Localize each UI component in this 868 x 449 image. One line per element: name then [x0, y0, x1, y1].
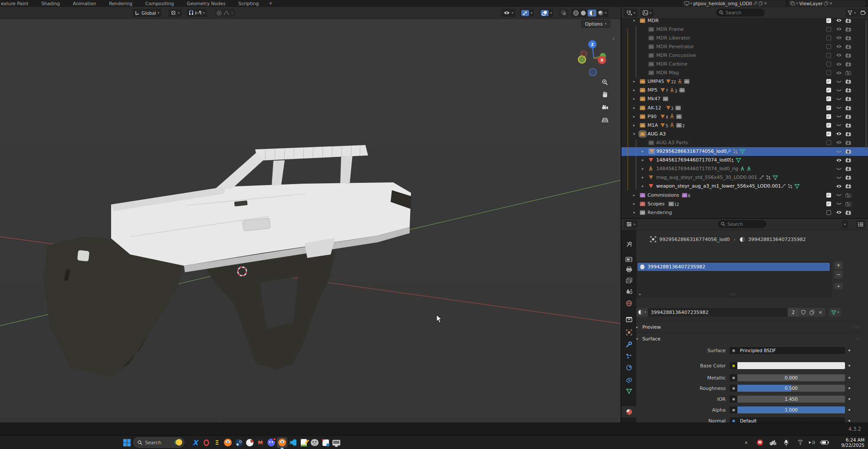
exclude-checkbox[interactable] — [825, 52, 832, 59]
hide-eye-open-icon[interactable] — [835, 183, 842, 190]
tray-battery-icon[interactable]: ⚡ — [821, 436, 829, 449]
animate-dot[interactable] — [848, 350, 850, 351]
collapse-icon[interactable]: ▾ — [632, 211, 636, 215]
taskbar-app-gimp[interactable] — [309, 437, 320, 448]
exclude-checkbox[interactable]: ✓ — [825, 113, 832, 120]
proportional-editing-dropdown[interactable]: ▾ — [214, 9, 235, 17]
material-name-field[interactable]: 3994288136407235982 — [648, 308, 788, 317]
exclude-checkbox[interactable] — [825, 61, 832, 68]
material-slot-list[interactable]: 3994288136407235982 ▸ ∷∷ — [636, 261, 831, 298]
disable-in-renders-icon[interactable] — [845, 191, 852, 198]
hide-eye-closed-icon[interactable] — [835, 104, 842, 111]
outliner-row-commissions[interactable]: ▸Commissions6✓ — [621, 191, 868, 199]
disable-in-renders-icon[interactable] — [845, 157, 852, 164]
expand-icon[interactable]: ▸ — [632, 202, 636, 206]
panel-preview[interactable]: ▸ Preview ∷∷ — [636, 323, 861, 331]
properties-list-icon[interactable] — [856, 220, 865, 228]
xray-toggle[interactable] — [559, 9, 569, 17]
breadcrumb-material[interactable]: 3994288136407235982 — [748, 237, 806, 242]
disable-in-renders-icon[interactable] — [845, 96, 852, 102]
expand-icon[interactable]: ▸ — [632, 106, 636, 110]
property-widget[interactable]: 1.450 — [730, 396, 845, 403]
shading-solid-icon[interactable] — [580, 10, 586, 16]
exclude-checkbox[interactable]: ✓ — [825, 130, 832, 137]
disable-in-renders-icon[interactable] — [845, 78, 852, 85]
taskbar-search[interactable] — [133, 437, 184, 448]
camera-view-button[interactable] — [600, 103, 610, 112]
transform-orientation-dropdown[interactable]: Global ▾ — [132, 9, 161, 17]
disable-in-renders-icon[interactable] — [845, 165, 852, 172]
properties-tab-scene[interactable] — [621, 286, 636, 297]
expand-icon[interactable]: ▸ — [632, 88, 636, 92]
slot-list-expand-icon[interactable]: ▸ — [639, 292, 641, 296]
ortho-grid-button[interactable] — [600, 116, 610, 125]
disable-in-renders-icon[interactable] — [845, 183, 852, 190]
animate-dot[interactable] — [848, 387, 850, 389]
properties-editor-type-dropdown[interactable]: ▾ — [624, 220, 638, 228]
pin-icon[interactable] — [753, 1, 757, 6]
animate-dot[interactable] — [848, 398, 850, 400]
outliner-row-mp5[interactable]: ▸MP572✓ — [621, 86, 868, 95]
exclude-checkbox[interactable] — [825, 209, 832, 216]
material-slot-specials-button[interactable]: ▾ — [834, 283, 843, 289]
hide-eye-open-icon[interactable] — [835, 43, 842, 50]
panel-drag-grip[interactable]: ∷∷ — [855, 337, 860, 341]
add-material-slot-button[interactable]: + — [834, 261, 843, 269]
show-object-types-dropdown[interactable]: ▾ — [501, 9, 516, 17]
mesh-data-link-dropdown[interactable]: ▾ — [829, 308, 841, 317]
outliner-search[interactable] — [716, 9, 765, 17]
exclude-checkbox[interactable]: ✓ — [825, 200, 832, 207]
remove-viewlayer-icon[interactable]: ✕ — [829, 1, 833, 6]
taskbar-app-opera-gx[interactable] — [201, 437, 211, 448]
panel-surface[interactable]: ▾ Surface ∷∷ — [636, 335, 861, 343]
taskbar-app-m-app[interactable]: M — [255, 437, 266, 448]
expand-icon[interactable]: ▸ — [632, 123, 636, 127]
taskbar-app-x-app[interactable]: X — [190, 437, 201, 448]
disable-in-renders-icon[interactable] — [845, 69, 852, 76]
disable-in-renders-icon[interactable] — [845, 87, 852, 94]
hide-eye-open-icon[interactable] — [835, 26, 842, 33]
exclude-checkbox[interactable]: ✓ — [825, 96, 832, 102]
base-color-swatch[interactable] — [737, 362, 845, 369]
copy-material-icon[interactable] — [808, 308, 816, 317]
outliner[interactable]: ▾ ▾ ▾ ▾MDR✓MDR FrameMDR LiberatorMDR Pen… — [621, 7, 868, 218]
slot-list-resize-grip[interactable]: ∷∷ — [731, 292, 736, 297]
panel-drag-grip[interactable]: ∷∷ — [855, 325, 860, 329]
property-widget[interactable]: Default — [730, 417, 845, 423]
taskbar-app-blender[interactable] — [223, 437, 233, 448]
outliner-search-input[interactable] — [726, 10, 760, 15]
hide-eye-closed-icon[interactable] — [835, 148, 842, 155]
browse-material-button[interactable]: ▾ — [636, 308, 648, 317]
properties-tab-world[interactable] — [621, 297, 636, 309]
exclude-checkbox[interactable] — [825, 43, 832, 50]
properties-tab-object[interactable] — [621, 327, 636, 338]
hide-eye-open-icon[interactable] — [835, 17, 842, 24]
property-widget[interactable] — [730, 362, 845, 369]
exclude-checkbox[interactable]: ✓ — [825, 191, 832, 198]
hide-eye-closed-icon[interactable] — [835, 87, 842, 94]
tray-volume-icon[interactable]: )﻿) — [809, 436, 815, 449]
outliner-row-ump45[interactable]: ▸UMP4522✓ — [621, 77, 868, 86]
outliner-row-mk47[interactable]: ▸Mk47✓ — [621, 95, 868, 103]
workspace-tab-shading[interactable]: Shading — [35, 0, 66, 7]
axis-neg-y-ball-highlighted[interactable] — [579, 56, 586, 63]
hide-eye-open-icon[interactable] — [835, 139, 842, 146]
taskbar-app-steam[interactable] — [233, 437, 244, 448]
hide-eye-closed-icon[interactable] — [835, 122, 842, 129]
property-widget[interactable]: 0.000 — [730, 374, 845, 381]
taskbar-search-input[interactable] — [145, 440, 170, 446]
properties-tab-modifiers[interactable] — [621, 339, 636, 350]
disable-in-renders-icon[interactable] — [845, 200, 852, 207]
expand-icon[interactable]: ▸ — [641, 158, 645, 162]
exclude-checkbox[interactable]: ✓ — [825, 87, 832, 94]
properties-search-input[interactable] — [727, 221, 761, 227]
workspace-tab-exture-paint[interactable]: exture Paint — [0, 0, 35, 7]
workspace-tab-rendering[interactable]: Rendering — [102, 0, 139, 7]
hide-eye-open-icon[interactable] — [835, 61, 842, 68]
expand-icon[interactable]: ▸ — [632, 79, 636, 83]
disable-in-renders-icon[interactable] — [845, 209, 852, 216]
disable-in-renders-icon[interactable] — [845, 26, 852, 33]
hide-eye-closed-icon[interactable] — [835, 191, 842, 198]
disable-in-renders-icon[interactable] — [845, 130, 852, 137]
properties-editor[interactable]: ▾ ▾ 9929562866316774056_lod0 › 399428813… — [621, 218, 868, 423]
